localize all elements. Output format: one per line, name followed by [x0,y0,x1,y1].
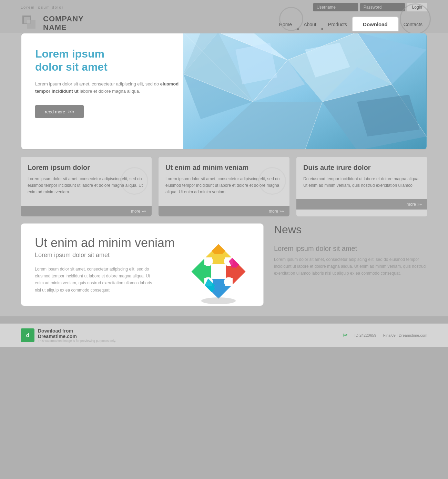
footer-logo-text: Download from Dreamstime.com This waterm… [38,328,116,343]
footer-right: ✂ ID 24220659 Final09 | Dreamstime.com [343,332,427,339]
header-top: Lorem ipsum dolor Login [21,3,427,12]
logo-icon [21,14,40,33]
bottom-text: Lorem ipsum dolor sit amet, consectetur … [35,266,159,294]
dreamstime-icon: d [21,328,34,342]
tagline: Lorem ipsum dolor [21,5,64,9]
footer-bar: d Download from Dreamstime.com This wate… [0,323,448,347]
svg-rect-2 [24,17,30,23]
col-1-deco [121,167,148,195]
hero-image [183,33,427,149]
col-3-more-btn[interactable]: more »» [407,202,422,207]
feature-col-1: Lorem ipsum dolor Lorem ipsum dolor sit … [21,157,152,216]
feature-col-3: Duis aute irure dolor Do eiusmod tempor … [296,157,427,216]
col-3-text: Do eiusmod tempor incididunt ut labore e… [303,176,420,189]
svg-marker-26 [357,95,419,136]
arrow-icon: »» [68,109,74,115]
news-title: News [274,223,427,239]
read-more-button[interactable]: reed more »» [35,105,84,118]
svg-text:d: d [26,333,29,338]
logo: COMPANY NAME [21,14,84,33]
feature-columns: Lorem ipsum dolor Lorem ipsum dolor sit … [21,157,427,216]
hero-content: Lorem ipsumdolor sit amet Lorem ipsum do… [21,33,204,149]
col-2-deco [258,167,286,195]
feature-col-2: Ut enim ad minim veniam Lorem ipsum dolo… [159,157,289,216]
svg-point-28 [201,297,236,304]
svg-rect-27 [212,265,225,278]
header-main: COMPANY NAME Home ■ About ■ Products Dow… [21,14,427,33]
bottom-left-panel: Ut enim ad minim veniam Lorem ipsum dolo… [21,223,264,306]
main-wrapper: Lorem ipsumdolor sit amet Lorem ipsum do… [0,33,448,316]
puzzle-illustration [184,237,253,306]
col-1-more-btn[interactable]: more »» [131,209,146,214]
footer-id: ID 24220659 [355,333,376,337]
scissors-icon: ✂ [343,332,348,339]
footer-credit: Final09 | Dreamstime.com [383,333,427,337]
deco-circle-1 [279,7,303,31]
header: Lorem ipsum dolor Login COMPANY NAME [0,0,448,33]
username-input[interactable] [313,3,358,11]
hero-section: Lorem ipsumdolor sit amet Lorem ipsum do… [21,33,427,150]
hero-body: Lorem ipsum dolor sit amet, consectetur … [35,81,190,95]
hero-title: Lorem ipsumdolor sit amet [35,47,190,74]
nav-products[interactable]: Products [323,18,352,31]
col-3-title: Duis aute irure dolor [303,164,420,172]
bottom-right-panel: News Lorem ipsum dolor sit amet Lorem ip… [271,223,427,306]
nav-download[interactable]: Download [352,17,399,31]
svg-marker-25 [236,43,277,84]
news-item-text: Lorem ipsum dolor sit amet, consectetur … [274,256,427,277]
footer-logo: d Download from Dreamstime.com This wate… [21,328,116,343]
col-2-more-btn[interactable]: more »» [269,209,284,214]
news-item-title: Lorem ipsum dolor sit amet [274,245,427,253]
company-name: COMPANY NAME [43,15,84,31]
password-input[interactable] [360,3,405,11]
bottom-section: Ut enim ad minim veniam Lorem ipsum dolo… [21,223,427,306]
deco-circle-2 [400,3,431,34]
